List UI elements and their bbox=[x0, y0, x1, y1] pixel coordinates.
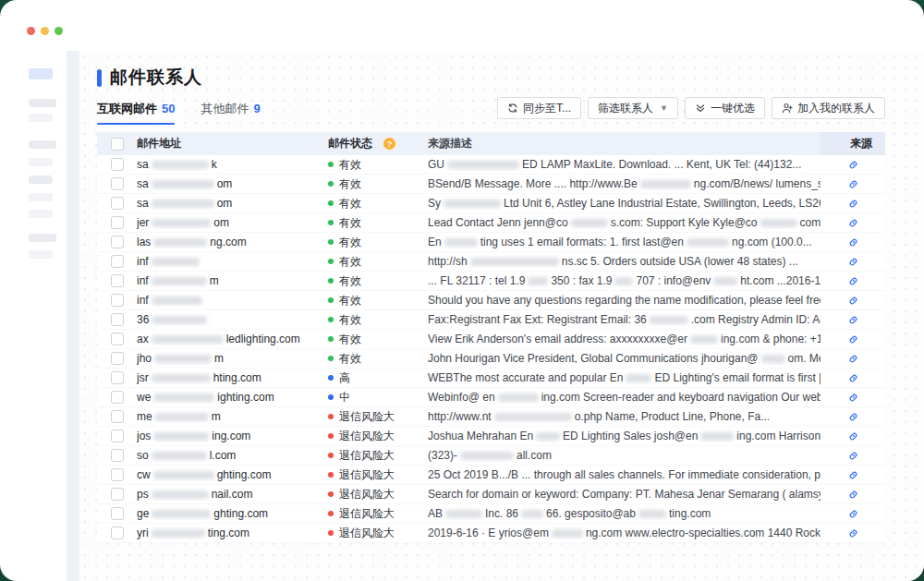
status-dot bbox=[328, 220, 334, 225]
sidebar-nav-item[interactable] bbox=[29, 193, 53, 201]
source-link-icon[interactable] bbox=[847, 198, 859, 210]
row-checkbox[interactable] bbox=[111, 527, 124, 539]
email-status: 中 bbox=[328, 390, 428, 405]
row-checkbox[interactable] bbox=[111, 352, 124, 365]
source-link-icon[interactable] bbox=[847, 508, 859, 520]
sidebar-nav-item[interactable] bbox=[29, 210, 53, 218]
email-status: 退信风险大 bbox=[328, 448, 428, 464]
row-checkbox[interactable] bbox=[111, 236, 124, 248]
row-checkbox[interactable] bbox=[111, 274, 124, 287]
table-row: josing.com退信风险大Joshua Mehrahan EnED Ligh… bbox=[97, 427, 885, 446]
source-link-icon[interactable] bbox=[847, 411, 859, 423]
table-row: cwghting.com退信风险大25 Oct 2019 B.../B ... … bbox=[97, 466, 885, 485]
row-checkbox[interactable] bbox=[111, 197, 124, 210]
status-label: 高 bbox=[339, 370, 350, 386]
status-label: 有效 bbox=[339, 235, 361, 250]
select-all-checkbox[interactable] bbox=[111, 138, 124, 151]
source-link-icon[interactable] bbox=[847, 527, 859, 539]
source-link-icon[interactable] bbox=[847, 430, 859, 442]
title-accent-bar bbox=[97, 69, 102, 87]
zoom-button[interactable] bbox=[55, 27, 63, 35]
table-row: infm有效... FL 32117 : tel 1.9350 : fax 1.… bbox=[97, 272, 885, 291]
tab-other-mail[interactable]: 其他邮件9 bbox=[201, 101, 260, 125]
add-to-my-contacts-button[interactable]: 加入我的联系人 bbox=[772, 97, 885, 119]
sidebar-nav-item[interactable] bbox=[29, 114, 53, 122]
status-label: 有效 bbox=[339, 254, 361, 270]
email-status: 有效 bbox=[328, 254, 428, 270]
row-checkbox[interactable] bbox=[111, 313, 124, 326]
one-click-optimize-button[interactable]: 一键优选 bbox=[685, 97, 765, 119]
sidebar-nav-item[interactable] bbox=[29, 99, 56, 107]
source-link-icon[interactable] bbox=[847, 275, 859, 287]
source-link-icon[interactable] bbox=[847, 178, 859, 190]
status-dot bbox=[328, 259, 334, 264]
source-link-icon[interactable] bbox=[847, 372, 859, 384]
row-checkbox[interactable] bbox=[111, 449, 124, 462]
status-label: 有效 bbox=[339, 196, 361, 212]
row-checkbox[interactable] bbox=[111, 255, 124, 268]
status-dot bbox=[328, 181, 334, 187]
row-checkbox[interactable] bbox=[111, 410, 124, 423]
source-description: Fax:Registrant Fax Ext: Registrant Email… bbox=[428, 313, 821, 326]
table-row: weighting.com中Webinfo@ ening.com Screen-… bbox=[97, 388, 885, 407]
status-label: 退信风险大 bbox=[339, 409, 395, 425]
email-status: 退信风险大 bbox=[328, 409, 428, 425]
sidebar-nav-item[interactable] bbox=[29, 68, 53, 79]
status-dot bbox=[328, 297, 334, 303]
source-cell bbox=[821, 372, 885, 384]
table-row: axledlighting.com有效View Erik Anderson's … bbox=[97, 330, 885, 349]
source-description: Should you have any questions regarding … bbox=[428, 294, 821, 307]
status-dot bbox=[328, 356, 334, 361]
sidebar-nav-item[interactable] bbox=[29, 176, 53, 184]
source-link-icon[interactable] bbox=[847, 217, 859, 229]
source-link-icon[interactable] bbox=[847, 295, 859, 307]
sync-button[interactable]: 同步至T... bbox=[497, 97, 581, 119]
source-link-icon[interactable] bbox=[847, 489, 859, 501]
close-button[interactable] bbox=[27, 27, 35, 35]
source-cell bbox=[821, 178, 885, 190]
source-link-icon[interactable] bbox=[847, 159, 859, 171]
email-status: 有效 bbox=[328, 351, 428, 367]
email-address: saom bbox=[137, 197, 328, 210]
status-dot bbox=[328, 491, 334, 497]
email-address: saom bbox=[137, 177, 328, 190]
status-dot bbox=[328, 200, 334, 206]
row-checkbox[interactable] bbox=[111, 430, 124, 442]
email-status: 有效 bbox=[328, 273, 428, 289]
row-checkbox[interactable] bbox=[111, 294, 124, 307]
row-checkbox[interactable] bbox=[111, 507, 124, 520]
source-cell bbox=[821, 489, 885, 501]
status-dot bbox=[328, 472, 334, 478]
row-checkbox[interactable] bbox=[111, 468, 124, 481]
table-row: yriting.com退信风险大2019-6-16 · E yrios@emng… bbox=[97, 524, 885, 543]
minimize-button[interactable] bbox=[41, 27, 49, 35]
row-checkbox[interactable] bbox=[111, 391, 124, 404]
table-row: saom有效BSend/B Message. More .... http://… bbox=[97, 175, 885, 194]
source-link-icon[interactable] bbox=[847, 256, 859, 268]
status-label: 有效 bbox=[339, 176, 361, 192]
sidebar-nav-item[interactable] bbox=[29, 250, 53, 259]
source-description: WEBThe most accurate and popular EnED Li… bbox=[428, 371, 821, 384]
sidebar-nav-item[interactable] bbox=[29, 140, 56, 149]
source-link-icon[interactable] bbox=[847, 314, 859, 326]
source-cell bbox=[821, 469, 885, 481]
row-checkbox[interactable] bbox=[111, 488, 124, 501]
source-link-icon[interactable] bbox=[847, 353, 859, 365]
row-checkbox[interactable] bbox=[111, 158, 124, 171]
filter-contacts-button[interactable]: 筛选联系人 ▼ bbox=[588, 97, 678, 119]
source-link-icon[interactable] bbox=[847, 392, 859, 404]
source-link-icon[interactable] bbox=[847, 469, 859, 481]
tab-internet-mail[interactable]: 互联网邮件50 bbox=[97, 101, 175, 125]
row-checkbox[interactable] bbox=[111, 333, 124, 345]
source-link-icon[interactable] bbox=[847, 333, 859, 345]
source-link-icon[interactable] bbox=[847, 450, 859, 462]
row-checkbox[interactable] bbox=[111, 216, 124, 229]
sidebar-nav-item[interactable] bbox=[29, 234, 56, 242]
row-checkbox[interactable] bbox=[111, 371, 124, 384]
sidebar-nav-item[interactable] bbox=[29, 158, 53, 166]
row-checkbox[interactable] bbox=[111, 177, 124, 190]
source-link-icon[interactable] bbox=[847, 236, 859, 248]
status-help-icon[interactable]: ? bbox=[383, 138, 395, 150]
source-description: 2019-6-16 · E yrios@emng.com www.electro… bbox=[428, 527, 821, 539]
table-row: jerom有效Lead Contact Jenn jenn@cos.com: S… bbox=[97, 213, 885, 233]
